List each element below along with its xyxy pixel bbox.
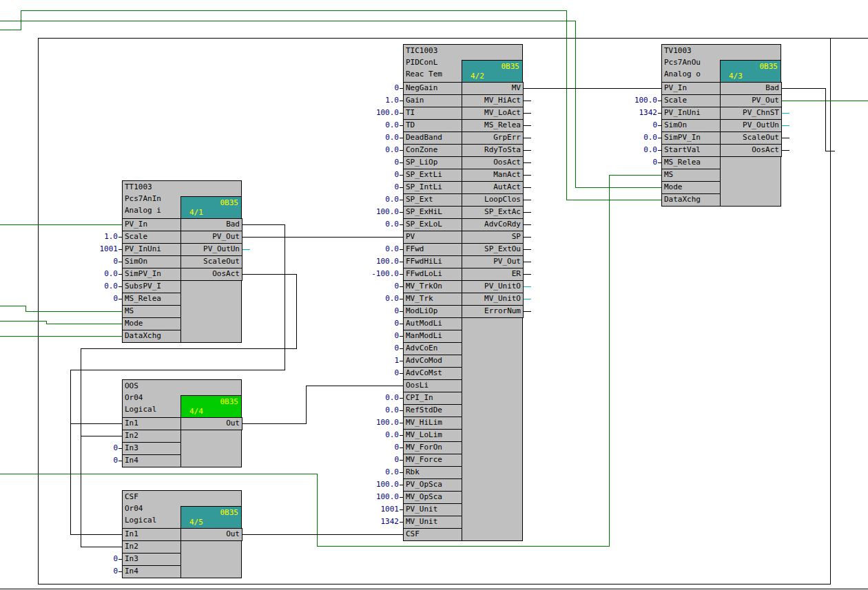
output-TIC1003-ManAct[interactable]: ManAct	[462, 169, 524, 182]
input-TT1003-SimPV_In[interactable]: SimPV_In	[122, 268, 181, 281]
param-value-TIC1003-DeadBand[interactable]: 0.0	[351, 133, 399, 143]
input-TV1003-Mode[interactable]: Mode	[661, 181, 721, 194]
input-TV1003-StartVal[interactable]: StartVal	[661, 144, 721, 157]
input-CSF-In2[interactable]: In2	[122, 540, 181, 554]
param-value-TIC1003-AutModLi[interactable]: 0	[351, 319, 399, 328]
param-value-TIC1003-RefStdDe[interactable]: 0.0	[351, 405, 399, 415]
output-OOS-Out[interactable]: Out	[180, 417, 242, 430]
param-value-TIC1003-MV_ForOn[interactable]: 0	[351, 443, 399, 452]
param-value-TV1003-PV_InUni[interactable]: 1342	[609, 108, 657, 118]
input-TT1003-SubsPV_I[interactable]: SubsPV_I	[122, 280, 181, 293]
input-TIC1003-TI[interactable]: TI	[403, 107, 462, 120]
output-TIC1003-AutAct[interactable]: AutAct	[462, 181, 524, 194]
param-value-TIC1003-AdvCoMod[interactable]: 1	[351, 356, 399, 366]
param-value-TV1003-SimOn[interactable]: 0	[609, 120, 657, 130]
wire-TV1003-Bad[interactable]	[781, 88, 835, 151]
output-TT1003-PV_OutUn[interactable]: PV_OutUn	[180, 243, 242, 256]
param-value-TIC1003-FFwdHiLi[interactable]: 100.0	[351, 257, 399, 266]
wire-offsheet-to-TT1003-MS[interactable]	[0, 306, 122, 311]
input-TT1003-MS_Relea[interactable]: MS_Relea	[122, 293, 181, 306]
param-value-TIC1003-FFwd[interactable]: 0.0	[351, 244, 399, 254]
input-TIC1003-MV_Trk[interactable]: MV_Trk	[403, 293, 462, 306]
wire-offsheet-to-TV1003-Mode[interactable]	[0, 21, 661, 187]
wire-offsheet-to-TV1003-MS[interactable]	[0, 175, 661, 546]
param-value-TIC1003-ModLiOp[interactable]: 0	[351, 306, 399, 316]
output-TIC1003-MV_UnitO[interactable]: MV_UnitO	[462, 293, 524, 306]
input-TIC1003-DeadBand[interactable]: DeadBand	[403, 131, 462, 145]
output-CSF-Out[interactable]: Out	[180, 528, 242, 541]
input-TIC1003-PV[interactable]: PV	[403, 231, 462, 244]
output-TT1003-OosAct[interactable]: OosAct	[180, 268, 242, 281]
input-TIC1003-MV_OpSca[interactable]: MV_OpSca	[403, 491, 462, 504]
param-value-TIC1003-SP_Ext[interactable]: 0.0	[351, 195, 399, 204]
input-TIC1003-Rbk[interactable]: Rbk	[403, 466, 462, 479]
input-TV1003-PV_InUni[interactable]: PV_InUni	[661, 107, 721, 120]
output-TIC1003-LoopClos[interactable]: LoopClos	[462, 193, 524, 207]
output-TIC1003-MV_HiAct[interactable]: MV_HiAct	[462, 94, 524, 107]
block-TT1003[interactable]: TT1003Pcs7AnInAnalog i0B354/1PV_InScaleP…	[122, 180, 242, 343]
param-value-TIC1003-SP_ExHiL[interactable]: 100.0	[351, 207, 399, 217]
block-CSF[interactable]: CSFOr04Logical0B354/5In1In2In3In4Out	[122, 490, 242, 578]
input-TT1003-Mode[interactable]: Mode	[122, 317, 181, 330]
input-TIC1003-MV_TrkOn[interactable]: MV_TrkOn	[403, 280, 462, 293]
input-TIC1003-MV_Force[interactable]: MV_Force	[403, 454, 462, 467]
output-TIC1003-MV[interactable]: MV	[462, 82, 524, 95]
block-OOS[interactable]: OOSOr04Logical0B354/4In1In2In3In4Out	[122, 379, 242, 467]
input-TIC1003-FFwd[interactable]: FFwd	[403, 243, 462, 256]
input-TIC1003-SP_ExLoL[interactable]: SP_ExLoL	[403, 218, 462, 231]
param-value-TIC1003-TI[interactable]: 100.0	[351, 108, 399, 118]
input-TT1003-DataXchg[interactable]: DataXchg	[122, 330, 181, 343]
wire-branch-to-CSF-In1[interactable]	[70, 423, 122, 534]
input-CSF-In4[interactable]: In4	[122, 565, 181, 578]
output-TIC1003-OosAct[interactable]: OosAct	[462, 156, 524, 169]
param-value-TIC1003-Rbk[interactable]: 0.0	[351, 467, 399, 477]
param-value-TIC1003-MV_OpSca[interactable]: 100.0	[351, 492, 399, 502]
output-TIC1003-ER[interactable]: ER	[462, 268, 524, 281]
param-value-TT1003-SubsPV_I[interactable]: 0.0	[70, 282, 118, 291]
output-TIC1003-SP_ExtAc[interactable]: SP_ExtAc	[462, 206, 524, 219]
param-value-TIC1003-SP_LiOp[interactable]: 0	[351, 158, 399, 167]
param-value-TIC1003-PV_Unit[interactable]: 1001	[351, 505, 399, 514]
param-value-TIC1003-Gain[interactable]: 1.0	[351, 96, 399, 105]
input-TIC1003-MV_LoLim[interactable]: MV_LoLim	[403, 429, 462, 442]
param-value-TT1003-PV_InUni[interactable]: 1001	[70, 244, 118, 254]
param-value-TIC1003-MV_LoLim[interactable]: 0.0	[351, 430, 399, 440]
param-value-TIC1003-MV_Unit[interactable]: 1342	[351, 517, 399, 527]
param-value-CSF-In3[interactable]: 0	[70, 554, 118, 564]
input-TV1003-SimOn[interactable]: SimOn	[661, 119, 721, 132]
param-value-TT1003-Scale[interactable]: 1.0	[70, 232, 118, 242]
input-TT1003-Scale[interactable]: Scale	[122, 231, 181, 244]
param-value-TV1003-StartVal[interactable]: 0.0	[609, 145, 657, 155]
param-value-TIC1003-FFwdLoLi[interactable]: -100.0	[351, 269, 399, 279]
input-TV1003-MS[interactable]: MS	[661, 169, 721, 182]
param-value-OOS-In3[interactable]: 0	[70, 443, 118, 453]
input-TIC1003-TD[interactable]: TD	[403, 119, 462, 132]
input-TIC1003-SP_ExHiL[interactable]: SP_ExHiL	[403, 206, 462, 219]
input-TIC1003-ConZone[interactable]: ConZone	[403, 144, 462, 157]
input-TIC1003-PV_Unit[interactable]: PV_Unit	[403, 503, 462, 516]
input-OOS-In3[interactable]: In3	[122, 442, 181, 455]
param-value-TIC1003-MV_Trk[interactable]: 0.0	[351, 294, 399, 304]
param-value-TIC1003-SP_IntLi[interactable]: 0	[351, 182, 399, 192]
input-TV1003-Scale[interactable]: Scale	[661, 94, 721, 107]
param-value-TIC1003-MV_HiLim[interactable]: 100.0	[351, 418, 399, 428]
input-TIC1003-NegGain[interactable]: NegGain	[403, 82, 462, 95]
input-CSF-In1[interactable]: In1	[122, 528, 181, 541]
wire-offsheet-to-TV1003-DataXchg[interactable]	[0, 10, 661, 200]
output-TIC1003-MV_LoAct[interactable]: MV_LoAct	[462, 107, 524, 120]
input-TIC1003-MV_ForOn[interactable]: MV_ForOn	[403, 441, 462, 454]
input-TT1003-PV_In[interactable]: PV_In	[122, 218, 181, 231]
output-TV1003-ScaleOut[interactable]: ScaleOut	[720, 131, 782, 145]
input-TV1003-DataXchg[interactable]: DataXchg	[661, 193, 721, 207]
input-TV1003-PV_In[interactable]: PV_In	[661, 82, 721, 95]
output-TIC1003-SP_ExtOu[interactable]: SP_ExtOu	[462, 243, 524, 256]
input-TIC1003-RefStdDe[interactable]: RefStdDe	[403, 404, 462, 417]
param-value-TIC1003-CPI_In[interactable]: 0.0	[351, 393, 399, 403]
input-TIC1003-SP_ExtLi[interactable]: SP_ExtLi	[403, 169, 462, 182]
param-value-TT1003-MS_Relea[interactable]: 0	[70, 294, 118, 304]
param-value-TIC1003-ManModLi[interactable]: 0	[351, 331, 399, 341]
input-TV1003-SimPV_In[interactable]: SimPV_In	[661, 131, 721, 145]
block-TIC1003[interactable]: TIC1003PIDConLReac Tem0B354/2NegGainGain…	[403, 44, 523, 541]
param-value-TT1003-SimPV_In[interactable]: 0.0	[70, 269, 118, 279]
param-value-CSF-In4[interactable]: 0	[70, 567, 118, 576]
